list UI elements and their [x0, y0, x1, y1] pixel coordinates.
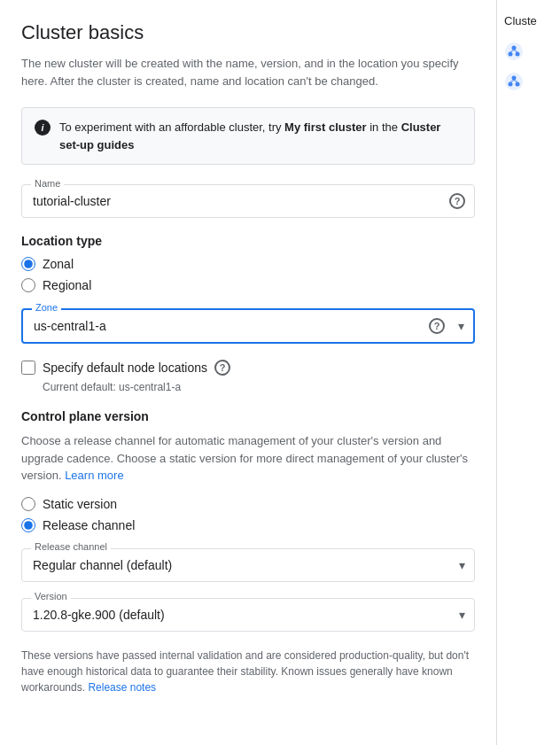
control-plane-radios: Static version Release channel — [21, 497, 475, 532]
control-plane-section: Control plane version Choose a release c… — [21, 409, 475, 532]
name-field-group: Name ? — [21, 184, 475, 218]
page-title: Cluster basics — [21, 21, 475, 44]
learn-more-link[interactable]: Learn more — [65, 469, 123, 482]
svg-point-0 — [505, 43, 523, 60]
release-channel-label: Release channel — [43, 518, 135, 532]
location-type-radios: Zonal Regional — [21, 257, 475, 292]
name-input-wrapper: Name ? — [21, 184, 475, 218]
regional-radio-item[interactable]: Regional — [21, 278, 475, 292]
control-plane-label: Control plane version — [21, 409, 475, 423]
location-type-group: Location type Zonal Regional — [21, 234, 475, 292]
version-select-wrapper: Version 1.20.8-gke.900 (default) 1.20.7-… — [21, 598, 475, 632]
name-label: Name — [31, 178, 64, 189]
right-panel-item-2[interactable] — [504, 72, 553, 91]
zonal-radio[interactable] — [21, 257, 35, 271]
node-locations-checkbox[interactable] — [21, 361, 35, 375]
info-icon: i — [35, 120, 51, 136]
release-channel-select[interactable]: Regular channel (default) Rapid channel … — [22, 549, 474, 581]
right-panel-item-1[interactable] — [504, 42, 553, 61]
control-plane-desc: Choose a release channel for automatic m… — [21, 432, 475, 485]
release-channel-select-wrapper: Release channel Regular channel (default… — [21, 548, 475, 582]
svg-point-7 — [512, 76, 517, 81]
svg-point-6 — [505, 73, 523, 90]
zone-label: Zone — [32, 302, 61, 313]
zonal-label: Zonal — [43, 257, 74, 271]
version-field-label: Version — [31, 591, 71, 601]
release-channel-radio-item[interactable]: Release channel — [21, 518, 475, 532]
cluster-icon-2 — [504, 72, 524, 91]
zone-select-wrapper: Zone us-central1-a us-central1-b us-cent… — [21, 308, 475, 344]
svg-point-2 — [509, 52, 513, 57]
zone-select[interactable]: us-central1-a us-central1-b us-central1-… — [23, 310, 473, 342]
page-description: The new cluster will be created with the… — [21, 55, 475, 89]
regional-radio[interactable] — [21, 278, 35, 292]
info-banner: i To experiment with an affordable clust… — [21, 107, 475, 165]
svg-point-9 — [516, 82, 520, 87]
zonal-radio-item[interactable]: Zonal — [21, 257, 475, 271]
release-notes-link[interactable]: Release notes — [88, 681, 156, 694]
node-locations-label: Specify default node locations — [43, 361, 207, 375]
static-version-label: Static version — [43, 497, 117, 511]
static-version-radio-item[interactable]: Static version — [21, 497, 475, 511]
info-text: To experiment with an affordable cluster… — [59, 119, 462, 153]
release-channel-radio[interactable] — [21, 518, 35, 532]
node-locations-current-default: Current default: us-central1-a — [43, 381, 475, 393]
node-locations-checkbox-row: Specify default node locations ? — [21, 360, 475, 376]
name-help-icon[interactable]: ? — [449, 193, 465, 209]
right-panel: Cluste — [496, 0, 560, 745]
static-version-radio[interactable] — [21, 497, 35, 511]
cluster-icon-1 — [504, 42, 524, 61]
bottom-note: These versions have passed internal vali… — [21, 648, 475, 695]
svg-point-8 — [509, 82, 513, 87]
node-locations-help-icon[interactable]: ? — [214, 360, 230, 376]
location-type-label: Location type — [21, 234, 475, 248]
version-select[interactable]: 1.20.8-gke.900 (default) 1.20.7-gke.1800… — [22, 599, 474, 631]
svg-point-1 — [512, 46, 517, 50]
zone-help-icon[interactable]: ? — [429, 318, 445, 334]
regional-label: Regional — [43, 278, 91, 292]
node-locations-group: Specify default node locations ? Current… — [21, 360, 475, 393]
svg-point-3 — [516, 52, 520, 57]
name-input[interactable] — [22, 185, 474, 217]
right-panel-title: Cluste — [504, 14, 553, 27]
release-channel-field-label: Release channel — [31, 541, 111, 552]
